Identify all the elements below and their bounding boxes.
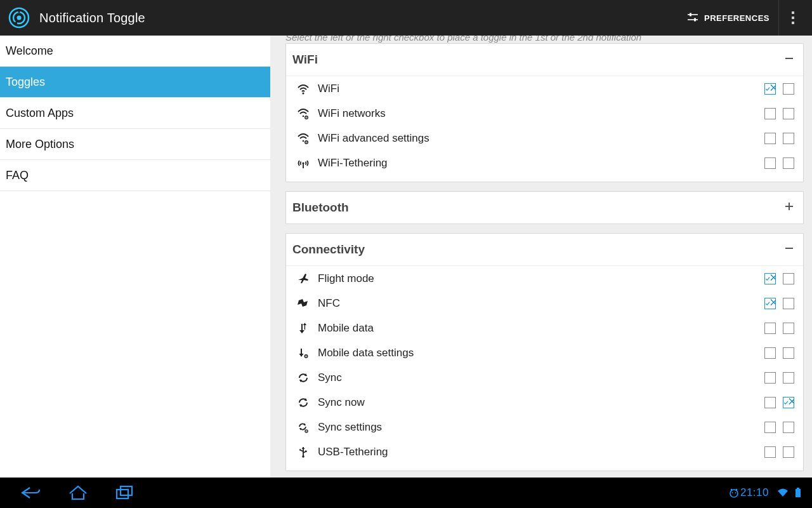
checkbox-notification-2[interactable] <box>783 133 794 144</box>
checkbox-notification-2[interactable] <box>783 108 794 119</box>
collapse-icon <box>784 243 794 257</box>
checkbox-notification-1[interactable] <box>764 323 776 334</box>
svg-point-34 <box>730 490 738 497</box>
recents-button[interactable] <box>102 478 148 508</box>
checkbox-notification-1[interactable] <box>764 422 776 433</box>
checkbox-notification-1[interactable] <box>764 298 776 309</box>
wifi-status-icon <box>776 486 789 499</box>
checkbox-notification-2[interactable] <box>783 323 794 334</box>
svg-point-15 <box>306 117 307 118</box>
section-title: WiFi <box>292 53 318 67</box>
section-connectivity: ConnectivityFlight modeNFCMobile dataMob… <box>285 233 804 471</box>
svg-rect-6 <box>690 13 691 16</box>
sliders-icon <box>686 11 699 25</box>
toggle-label: NFC <box>318 297 340 310</box>
data-icon <box>296 321 310 335</box>
wifi-gear-icon <box>296 107 310 121</box>
toggle-label: USB-Tethering <box>318 446 388 458</box>
checkbox-notification-2[interactable] <box>783 446 794 458</box>
section-header[interactable]: WiFi <box>286 44 803 76</box>
home-button[interactable] <box>55 478 102 508</box>
nfc-icon <box>296 297 310 311</box>
toggle-label: Mobile data settings <box>318 347 414 359</box>
checkbox-notification-2[interactable] <box>783 397 794 408</box>
toggle-row: NFC <box>286 291 803 316</box>
toggle-row: Sync <box>286 365 803 390</box>
battery-status-icon <box>792 486 804 499</box>
checkbox-group <box>764 397 794 408</box>
section-bluetooth: Bluetooth <box>285 191 804 224</box>
checkbox-notification-1[interactable] <box>764 347 776 359</box>
checkbox-notification-2[interactable] <box>783 273 794 284</box>
checkbox-group <box>764 133 794 144</box>
checkbox-notification-1[interactable] <box>764 157 776 169</box>
checkbox-notification-2[interactable] <box>783 347 794 359</box>
content-pane: Select the left or the right checkbox to… <box>270 36 812 478</box>
svg-point-29 <box>302 455 304 458</box>
usb-icon <box>296 445 310 459</box>
section-header[interactable]: Bluetooth <box>286 192 803 224</box>
toggle-row: Mobile data <box>286 316 803 340</box>
sidebar-item-faq[interactable]: FAQ <box>0 160 270 191</box>
toggle-row: USB-Tethering <box>286 439 803 464</box>
sidebar-item-label: Welcome <box>6 44 53 58</box>
sidebar-item-label: Custom Apps <box>6 107 74 120</box>
toggle-label: WiFi-Tethering <box>318 157 388 170</box>
sidebar-item-label: FAQ <box>6 169 29 182</box>
overflow-menu-button[interactable] <box>779 0 807 36</box>
plane-icon <box>296 272 310 286</box>
toggle-row: Sync now <box>286 390 803 415</box>
checkbox-group <box>764 298 794 309</box>
sidebar-item-custom-apps[interactable]: Custom Apps <box>0 98 270 129</box>
checkbox-group <box>764 273 794 284</box>
checkbox-notification-2[interactable] <box>783 83 794 95</box>
svg-point-18 <box>306 142 307 143</box>
checkbox-notification-1[interactable] <box>764 397 776 408</box>
checkbox-group <box>764 108 794 119</box>
svg-point-35 <box>731 489 733 491</box>
toggle-row: Mobile data settings <box>286 340 803 365</box>
checkbox-notification-2[interactable] <box>783 372 794 384</box>
checkbox-group <box>764 157 794 169</box>
svg-point-16 <box>303 140 304 142</box>
rom-logo-icon <box>728 486 740 499</box>
checkbox-notification-1[interactable] <box>764 133 776 144</box>
sidebar-item-label: Toggles <box>6 76 45 89</box>
toggle-label: Sync <box>318 371 342 384</box>
sidebar-item-more-options[interactable]: More Options <box>0 129 270 160</box>
preferences-button[interactable]: PREFERENCES <box>678 0 779 36</box>
checkbox-group <box>764 422 794 433</box>
checkbox-notification-1[interactable] <box>764 273 776 284</box>
checkbox-notification-1[interactable] <box>764 372 776 384</box>
checkbox-group <box>764 83 794 95</box>
wifi-gear-icon <box>296 131 310 145</box>
checkbox-notification-2[interactable] <box>783 422 794 433</box>
app-icon <box>8 6 30 29</box>
toggle-label: WiFi networks <box>318 107 386 120</box>
svg-rect-31 <box>305 450 307 452</box>
toggle-label: Mobile data <box>318 322 374 335</box>
svg-point-2 <box>17 16 22 20</box>
sidebar-item-toggles[interactable]: Toggles <box>0 67 270 98</box>
sidebar-item-welcome[interactable]: Welcome <box>0 36 270 67</box>
checkbox-notification-2[interactable] <box>783 298 794 309</box>
section-header[interactable]: Connectivity <box>286 234 803 265</box>
svg-rect-39 <box>796 489 801 497</box>
svg-point-27 <box>306 431 306 431</box>
section-title: Bluetooth <box>292 201 349 215</box>
checkbox-notification-2[interactable] <box>783 157 794 169</box>
checkbox-notification-1[interactable] <box>764 83 776 95</box>
checkbox-notification-1[interactable] <box>764 446 776 458</box>
checkbox-group <box>764 347 794 359</box>
checkbox-group <box>764 446 794 458</box>
toggle-row: WiFi advanced settings <box>286 126 803 150</box>
hint-text: Select the left or the right checkbox to… <box>285 36 804 43</box>
svg-rect-33 <box>121 486 132 495</box>
svg-point-25 <box>306 356 307 357</box>
svg-rect-32 <box>117 490 128 498</box>
clock: 21:10 <box>740 486 769 499</box>
expand-icon <box>784 201 794 215</box>
checkbox-notification-1[interactable] <box>764 108 776 119</box>
sync-icon <box>296 396 310 410</box>
back-button[interactable] <box>8 478 55 508</box>
